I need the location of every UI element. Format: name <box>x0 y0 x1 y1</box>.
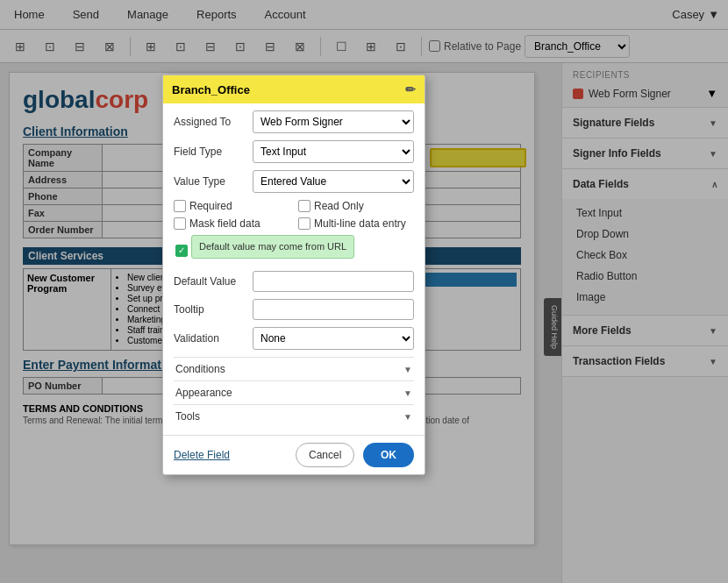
modal-body: Assigned To Web Form Signer Field Type T… <box>163 103 425 435</box>
required-checkbox-item[interactable]: Required <box>174 200 289 212</box>
checkbox-group-1: Required Read Only <box>174 200 414 212</box>
default-value-input[interactable] <box>253 271 414 292</box>
read-only-label: Read Only <box>314 200 364 212</box>
modal-title-bar: Branch_Office ✏ <box>163 75 425 103</box>
value-type-label: Value Type <box>174 175 253 188</box>
modal-footer: Delete Field Cancel OK <box>163 435 425 474</box>
validation-select[interactable]: None <box>253 327 414 350</box>
tools-chevron-icon: ▼ <box>403 412 412 422</box>
url-checkbox-row: ✓ Default value may come from URL <box>174 235 414 266</box>
field-type-select[interactable]: Text Input <box>253 140 414 163</box>
value-type-select[interactable]: Entered Value <box>253 170 414 193</box>
appearance-section-header[interactable]: Appearance ▼ <box>174 380 414 404</box>
tooltip-row: Tooltip <box>174 299 414 320</box>
field-type-row: Field Type Text Input <box>174 140 414 163</box>
modal-title: Branch_Office <box>172 83 250 96</box>
cancel-button[interactable]: Cancel <box>296 443 354 467</box>
required-checkbox[interactable] <box>174 200 186 212</box>
tooltip-input[interactable] <box>253 299 414 320</box>
default-value-row: Default Value <box>174 271 414 292</box>
tools-section-header[interactable]: Tools ▼ <box>174 404 414 428</box>
validation-row: Validation None <box>174 327 414 350</box>
url-checkbox[interactable]: ✓ <box>175 245 188 257</box>
assigned-to-label: Assigned To <box>174 116 253 128</box>
conditions-label: Conditions <box>175 363 225 375</box>
multiline-checkbox-item[interactable]: Multi-line data entry <box>298 217 414 230</box>
assigned-to-row: Assigned To Web Form Signer <box>174 110 414 133</box>
field-properties-modal: Branch_Office ✏ Assigned To Web Form Sig… <box>162 75 425 475</box>
default-value-label: Default Value <box>174 275 253 288</box>
checkbox-group-2: Mask field data Multi-line data entry <box>174 217 414 230</box>
value-type-row: Value Type Entered Value <box>174 170 414 193</box>
validation-label: Validation <box>174 332 253 345</box>
read-only-checkbox[interactable] <box>298 200 310 212</box>
url-label: Default value may come from URL <box>191 235 354 259</box>
mask-field-checkbox-item[interactable]: Mask field data <box>174 217 289 230</box>
field-type-label: Field Type <box>174 146 253 158</box>
mask-field-checkbox[interactable] <box>174 217 186 230</box>
modal-actions: Cancel OK <box>296 443 414 467</box>
url-checkbox-item[interactable]: ✓ Default value may come from URL <box>175 235 412 266</box>
multiline-label: Multi-line data entry <box>314 217 406 230</box>
delete-field-button[interactable]: Delete Field <box>174 449 230 461</box>
appearance-chevron-icon: ▼ <box>403 388 412 398</box>
appearance-label: Appearance <box>175 387 232 399</box>
read-only-checkbox-item[interactable]: Read Only <box>298 200 414 212</box>
mask-field-label: Mask field data <box>189 217 261 230</box>
conditions-section-header[interactable]: Conditions ▼ <box>174 357 414 380</box>
tooltip-label: Tooltip <box>174 303 253 316</box>
ok-button[interactable]: OK <box>363 443 414 467</box>
required-label: Required <box>189 200 232 212</box>
edit-icon[interactable]: ✏ <box>405 82 416 96</box>
multiline-checkbox[interactable] <box>298 217 310 230</box>
conditions-chevron-icon: ▼ <box>403 365 412 374</box>
assigned-to-select[interactable]: Web Form Signer <box>253 110 414 133</box>
tools-label: Tools <box>175 410 200 423</box>
